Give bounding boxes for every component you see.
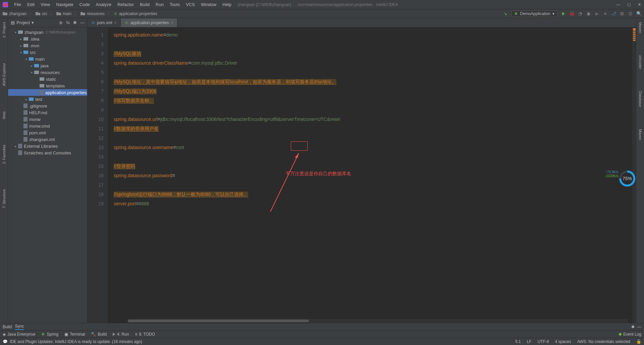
tool-tab-aws[interactable]: AWS Explorer (1, 60, 7, 89)
locate-icon[interactable]: ⊕ (59, 20, 63, 25)
tool-tab-maven-top[interactable]: Maven (638, 19, 643, 36)
tab-run[interactable]: 4: Run (113, 332, 129, 337)
menu-edit[interactable]: Edit (24, 1, 37, 8)
folder-icon (23, 37, 28, 41)
gear-icon[interactable]: ✱ (73, 20, 77, 25)
run-config-selector[interactable]: ❖ DemoApplication ▾ (511, 10, 557, 17)
stop-button[interactable]: ■ (603, 11, 608, 16)
file-icon (40, 90, 44, 95)
file-encoding[interactable]: UTF-8 (538, 339, 549, 344)
vcs-icon[interactable]: ⎇ (611, 11, 616, 16)
crumb-file[interactable]: ⚙application.properties (114, 11, 157, 16)
folder-blue-icon (29, 57, 34, 61)
aws-status[interactable]: AWS: No credentials selected (577, 339, 630, 344)
menu-vcs[interactable]: VCS (183, 1, 198, 8)
maximize-icon[interactable]: ◻ (627, 2, 631, 7)
chevron-down-icon[interactable]: ▾ (32, 20, 34, 25)
line-separator[interactable]: LF (527, 339, 532, 344)
tool-tab-excoder[interactable]: eXcoder (638, 53, 643, 72)
collapse-icon[interactable]: — (80, 20, 85, 25)
profiler-button[interactable]: ◉ (586, 11, 591, 16)
attach-button[interactable]: ▶ (594, 11, 599, 16)
crumb-root[interactable]: zhangsan〉 (3, 11, 34, 16)
tool-tab-project[interactable]: 1: Project (1, 19, 7, 40)
gear-icon[interactable]: ✱ (631, 325, 635, 329)
menu-tools[interactable]: Tools (167, 1, 182, 8)
debug-button[interactable]: 🐞 (569, 11, 574, 16)
minimize-icon[interactable]: — (616, 2, 621, 7)
tree-row[interactable]: ▸External Libraries (8, 143, 87, 149)
tree-row[interactable]: HELP.md (8, 109, 87, 116)
notification-icon[interactable]: 💬 (3, 339, 8, 344)
close-icon[interactable]: × (171, 20, 173, 25)
tree-row[interactable]: ▸test (8, 96, 87, 102)
menu-help[interactable]: Help (220, 1, 234, 8)
run-icon (113, 333, 115, 336)
code-editor[interactable]: 12345678910111213141516171819 spring.app… (88, 27, 636, 323)
tab-terminal[interactable]: ▣Terminal (64, 332, 85, 337)
line-numbers: 12345678910111213141516171819 (88, 27, 108, 323)
menu-run[interactable]: Run (153, 1, 166, 8)
menu-code[interactable]: Code (77, 1, 93, 8)
editor-tab-pom[interactable]: mpom.xml× (88, 18, 121, 27)
horizontal-scrollbar[interactable] (128, 319, 628, 323)
tree-row[interactable]: .gitignore (8, 102, 87, 109)
crumb[interactable]: src〉 (36, 11, 54, 16)
tree-row[interactable]: ▾resources (8, 69, 87, 76)
menu-refactor[interactable]: Refactor (115, 1, 137, 8)
properties-file-icon: ⚙ (125, 20, 128, 25)
search-icon[interactable]: 🔍 (636, 11, 641, 16)
tree-row[interactable]: application.properties (8, 89, 87, 96)
tree-row[interactable]: ▸.mvn (8, 42, 87, 49)
tab-build[interactable]: 🔨Build (91, 332, 107, 337)
tree-row[interactable]: templates (8, 82, 87, 89)
crumb[interactable]: resources〉 (80, 11, 112, 16)
tree-row[interactable]: Scratches and Consoles (8, 149, 87, 156)
collapse-icon[interactable]: — (637, 325, 641, 329)
code-content[interactable]: spring.application.name=demo //MySQL驱动 s… (108, 27, 632, 323)
menu-build[interactable]: Build (137, 1, 152, 8)
tree-row[interactable]: ▸java (8, 62, 87, 69)
event-log[interactable]: Event Log (619, 332, 641, 337)
tool-tab-favorites[interactable]: 2: Favorites (1, 142, 7, 166)
tool-tab-structure[interactable]: 7: Structure (1, 187, 7, 211)
settings-icon[interactable]: ⊞ (620, 11, 625, 16)
build-sync-tab[interactable]: Sync (15, 324, 24, 330)
tree-row[interactable]: ▾main (8, 56, 87, 62)
tool-tab-database[interactable]: Database (638, 88, 643, 110)
project-tree[interactable]: ▾zhangsanC:\WEB\zhangsan▸.idea▸.mvn▾src▾… (8, 27, 87, 157)
menu-navigate[interactable]: Navigate (53, 1, 76, 8)
tool-tab-maven[interactable]: Maven (638, 126, 643, 143)
tree-row[interactable]: ▸.idea (8, 36, 87, 42)
menu-file[interactable]: File (11, 1, 24, 8)
coverage-button[interactable]: ◔ (578, 11, 583, 16)
build-hammer-icon[interactable]: ↘ (503, 11, 508, 16)
tree-row[interactable]: mvnw (8, 116, 87, 123)
close-icon[interactable]: ✕ (638, 2, 641, 7)
tab-java-enterprise[interactable]: ◈Java Enterprise (3, 332, 35, 337)
panel-title[interactable]: Project (16, 20, 30, 25)
tree-row[interactable]: ▾src (8, 49, 87, 56)
tree-row[interactable]: static (8, 76, 87, 82)
editor-tab-properties[interactable]: ⚙application.properties× (121, 18, 177, 27)
run-button[interactable] (561, 11, 566, 16)
tab-todo[interactable]: ≡6: TODO (135, 332, 155, 337)
close-icon[interactable]: × (114, 20, 116, 25)
lock-icon[interactable]: 🔓 (636, 339, 641, 344)
lib-icon (18, 144, 22, 148)
tree-row[interactable]: pom.xml (8, 129, 87, 136)
menu-view[interactable]: View (38, 1, 53, 8)
indent-setting[interactable]: 4 spaces (555, 339, 571, 344)
tree-row[interactable]: mvnw.cmd (8, 123, 87, 129)
tree-row[interactable]: zhangsan.iml (8, 136, 87, 143)
menu-analyze[interactable]: Analyze (93, 1, 114, 8)
tab-spring[interactable]: ❖Spring (41, 332, 58, 337)
expand-icon[interactable]: ⇆ (66, 20, 70, 25)
tree-row[interactable]: ▾zhangsanC:\WEB\zhangsan (8, 29, 87, 36)
menu-window[interactable]: Window (198, 1, 219, 8)
search-everywhere-icon[interactable]: ⊡ (628, 11, 633, 16)
status-dot-icon (619, 333, 622, 336)
file-icon (23, 137, 28, 142)
crumb[interactable]: main〉 (56, 11, 78, 16)
tool-tab-web[interactable]: Web (1, 109, 7, 122)
